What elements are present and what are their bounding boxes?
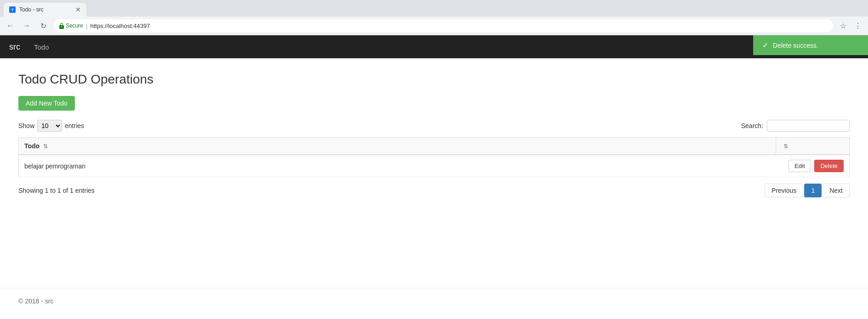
col-actions-sort-icon[interactable]: ⇅ bbox=[783, 143, 788, 150]
address-text: https://localhost:44397 bbox=[90, 22, 150, 29]
table-body: belajar pemrograman Edit Delete bbox=[19, 155, 850, 177]
search-control: Search: bbox=[741, 120, 850, 132]
search-label: Search: bbox=[741, 122, 763, 129]
add-new-todo-button[interactable]: Add New Todo bbox=[18, 96, 75, 111]
col-header-todo: Todo ⇅ bbox=[19, 138, 776, 155]
pagination: Previous 1 Next bbox=[765, 184, 850, 197]
data-table: Todo ⇅ ⇅ belajar pemrograman Edit Delete bbox=[18, 137, 850, 177]
toast-check-icon: ✓ bbox=[762, 41, 768, 50]
star-button[interactable]: ☆ bbox=[837, 19, 850, 32]
show-entries-control: Show 10 25 50 100 entries bbox=[18, 120, 84, 132]
show-label: Show bbox=[18, 122, 34, 129]
toast-message: Delete success. bbox=[773, 42, 818, 49]
actions-cell: Edit Delete bbox=[776, 155, 850, 177]
footer: © 2018 - src bbox=[0, 288, 868, 314]
forward-button[interactable]: → bbox=[20, 19, 33, 32]
toast-success: ✓ Delete success. bbox=[753, 35, 868, 55]
entries-select[interactable]: 10 25 50 100 bbox=[37, 120, 62, 132]
table-head: Todo ⇅ ⇅ bbox=[19, 138, 850, 155]
page-title: Todo CRUD Operations bbox=[18, 72, 850, 87]
menu-button[interactable]: ⋮ bbox=[851, 19, 864, 32]
col-todo-label: Todo bbox=[24, 142, 40, 150]
browser-tab[interactable]: T Todo - src ✕ bbox=[4, 3, 86, 17]
entries-label: entries bbox=[65, 122, 84, 129]
secure-badge: Secure bbox=[59, 22, 83, 29]
tab-title: Todo - src bbox=[19, 6, 44, 13]
back-button[interactable]: ← bbox=[4, 19, 17, 32]
main-content: Todo CRUD Operations Add New Todo Show 1… bbox=[0, 58, 868, 288]
address-container: Secure | https://localhost:44397 bbox=[53, 19, 833, 32]
col-header-actions: ⇅ bbox=[776, 138, 850, 155]
app-navbar: src Todo Register Log in ✓ Delete succes… bbox=[0, 35, 868, 58]
entries-info: Showing 1 to 1 of 1 entries bbox=[18, 187, 95, 194]
table-row: belajar pemrograman Edit Delete bbox=[19, 155, 850, 177]
address-bar: ← → ↻ Secure | https://localhost:44397 ☆… bbox=[0, 17, 868, 35]
tab-close-button[interactable]: ✕ bbox=[75, 6, 81, 13]
table-controls: Show 10 25 50 100 entries Search: bbox=[18, 120, 850, 132]
address-separator: | bbox=[86, 22, 87, 29]
tab-bar: T Todo - src ✕ bbox=[0, 0, 868, 17]
navbar-todo-link[interactable]: Todo bbox=[29, 43, 54, 51]
browser-toolbar-icons: ☆ ⋮ bbox=[837, 19, 864, 32]
todo-cell: belajar pemrograman bbox=[19, 155, 776, 177]
previous-button[interactable]: Previous bbox=[765, 184, 803, 197]
next-button[interactable]: Next bbox=[823, 184, 850, 197]
col-todo-sort-icon[interactable]: ⇅ bbox=[43, 143, 48, 150]
browser-chrome: T Todo - src ✕ ← → ↻ Secure | https://lo… bbox=[0, 0, 868, 35]
table-header-row: Todo ⇅ ⇅ bbox=[19, 138, 850, 155]
pagination-area: Showing 1 to 1 of 1 entries Previous 1 N… bbox=[18, 184, 850, 197]
delete-button[interactable]: Delete bbox=[814, 160, 844, 172]
footer-text: © 2018 - src bbox=[18, 297, 53, 305]
tab-favicon: T bbox=[9, 6, 16, 13]
lock-icon bbox=[59, 22, 64, 29]
navbar-brand[interactable]: src bbox=[9, 42, 20, 52]
search-input[interactable] bbox=[767, 120, 850, 132]
page-1-button[interactable]: 1 bbox=[804, 184, 822, 197]
edit-button[interactable]: Edit bbox=[789, 160, 811, 172]
refresh-button[interactable]: ↻ bbox=[37, 19, 50, 32]
